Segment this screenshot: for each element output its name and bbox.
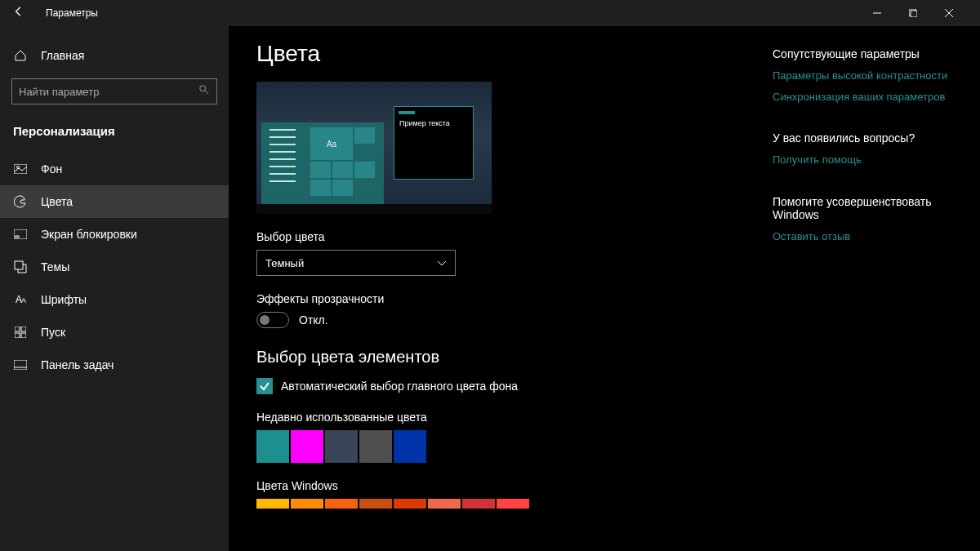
sidebar: Главная Персонализация Фон Цвета Экран б… (0, 26, 229, 551)
titlebar: Параметры (0, 0, 980, 26)
svg-rect-10 (16, 236, 19, 238)
start-icon (13, 325, 28, 340)
sidebar-item-label: Пуск (41, 326, 65, 339)
transparency-state: Откл. (299, 313, 328, 327)
recent-colors-label: Недавно использованные цвета (256, 411, 756, 424)
auto-accent-label: Автоматический выбор главного цвета фона (281, 380, 518, 393)
sidebar-home[interactable]: Главная (0, 39, 229, 72)
accent-heading: Выбор цвета элементов (256, 348, 756, 367)
sidebar-item-label: Фон (41, 162, 62, 176)
sidebar-item-label: Шрифты (41, 293, 87, 306)
color-swatch[interactable] (325, 430, 358, 463)
svg-rect-13 (21, 327, 26, 331)
color-swatch[interactable] (256, 499, 289, 509)
palette-icon (13, 194, 28, 209)
color-swatch[interactable] (497, 499, 529, 509)
sidebar-item-taskbar[interactable]: Панель задач (0, 349, 229, 381)
dropdown-value: Темный (265, 257, 304, 269)
minimize-button[interactable] (859, 0, 895, 26)
color-swatch[interactable] (256, 430, 289, 463)
svg-rect-16 (14, 360, 27, 370)
page-title: Цвета (256, 41, 756, 67)
back-button[interactable] (13, 6, 33, 20)
choose-color-dropdown[interactable]: Темный (256, 250, 456, 276)
color-preview: Aa Пример текста (256, 82, 492, 214)
sidebar-item-themes[interactable]: Темы (0, 251, 229, 283)
sidebar-item-fonts[interactable]: AA Шрифты (0, 283, 229, 316)
color-swatch[interactable] (291, 499, 323, 509)
color-swatch[interactable] (359, 430, 392, 463)
search-input-container[interactable] (11, 78, 217, 104)
sidebar-section-title: Персонализация (0, 118, 229, 153)
right-column: Сопутствующие параметры Параметры высоко… (773, 41, 952, 536)
preview-tile-aa: Aa (310, 127, 353, 160)
window-title: Параметры (46, 7, 98, 19)
color-swatch[interactable] (394, 499, 426, 509)
windows-colors-label: Цвета Windows (256, 479, 756, 492)
improve-heading: Помогите усовершенствовать Windows (773, 195, 952, 221)
sidebar-item-label: Экран блокировки (41, 228, 137, 241)
search-input[interactable] (19, 86, 198, 98)
picture-icon (13, 162, 28, 176)
svg-rect-14 (15, 333, 20, 338)
preview-sample-text: Пример текста (394, 119, 473, 127)
color-swatch[interactable] (325, 499, 358, 509)
choose-color-label: Выбор цвета (256, 230, 756, 243)
windows-color-swatches (256, 499, 756, 509)
transparency-label: Эффекты прозрачности (256, 292, 756, 305)
sidebar-item-background[interactable]: Фон (0, 153, 229, 185)
lockscreen-icon (13, 227, 28, 242)
sidebar-item-colors[interactable]: Цвета (0, 185, 229, 218)
color-swatch[interactable] (462, 499, 495, 509)
related-link-contrast[interactable]: Параметры высокой контрастности (773, 69, 952, 83)
themes-icon (13, 260, 28, 274)
sidebar-item-start[interactable]: Пуск (0, 316, 229, 349)
svg-line-6 (205, 91, 208, 94)
svg-rect-12 (15, 327, 20, 331)
sidebar-item-label: Панель задач (41, 358, 114, 371)
svg-point-5 (200, 86, 206, 91)
fonts-icon: AA (13, 292, 28, 307)
sidebar-home-label: Главная (41, 49, 84, 62)
help-link[interactable]: Получить помощь (773, 153, 952, 167)
color-swatch[interactable] (291, 430, 323, 463)
content: Цвета Aa Пример текста Выбор цвета Темны… (256, 41, 756, 536)
sidebar-item-label: Цвета (41, 195, 73, 208)
related-heading: Сопутствующие параметры (773, 47, 952, 60)
recent-color-swatches (256, 430, 756, 463)
svg-rect-15 (21, 333, 26, 338)
taskbar-icon (13, 358, 28, 372)
sidebar-item-label: Темы (41, 260, 69, 273)
questions-heading: У вас появились вопросы? (773, 131, 952, 144)
auto-accent-checkbox[interactable] (256, 378, 273, 394)
close-button[interactable] (931, 0, 967, 26)
transparency-toggle[interactable] (256, 312, 289, 328)
maximize-button[interactable] (895, 0, 931, 26)
related-link-sync[interactable]: Синхронизация ваших параметров (773, 90, 952, 104)
color-swatch[interactable] (394, 430, 426, 463)
svg-rect-11 (15, 261, 23, 269)
chevron-down-icon (437, 257, 447, 269)
sidebar-item-lockscreen[interactable]: Экран блокировки (0, 218, 229, 251)
search-icon (198, 84, 210, 99)
feedback-link[interactable]: Оставить отзыв (773, 229, 952, 244)
home-icon (13, 48, 28, 63)
svg-rect-2 (911, 11, 917, 17)
color-swatch[interactable] (428, 499, 461, 509)
color-swatch[interactable] (359, 499, 392, 509)
